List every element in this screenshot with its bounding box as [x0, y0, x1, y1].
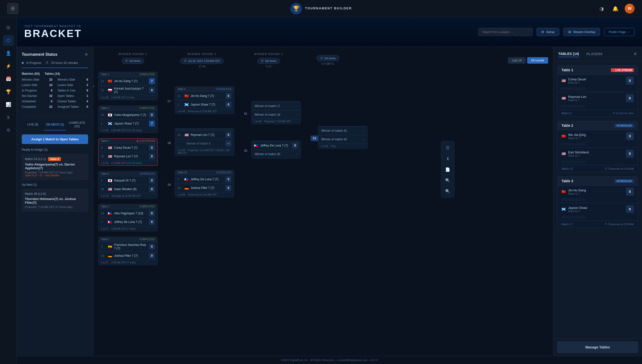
right-panel-header: TABLES (14) PLAYERS ✕: [553, 47, 642, 62]
sidebar-btn-chart[interactable]: 📊: [3, 99, 14, 110]
sidebar-btn-dollar[interactable]: $: [3, 112, 14, 123]
panel-header: Tournament Status ✕: [22, 52, 88, 57]
match-53-badge: 53: [311, 136, 318, 141]
stream-overlay-button[interactable]: 🖥 Stream Overlay: [563, 28, 600, 36]
match-3-player1: 8 🇺🇸 Corey Deuel 7 (7) 0: [99, 143, 157, 152]
close-panel-button[interactable]: ✕: [84, 52, 88, 57]
match-c2-19-card: Table 10 SCHEDULED 7 🇵🇭 Jeffrey De Luna …: [175, 170, 234, 197]
stat-losers-side-matches: Losers Side10: [22, 83, 53, 87]
tab-complete[interactable]: COMPLETE (22): [66, 119, 88, 130]
tables-header: Tables (14): [45, 72, 60, 76]
tab-on-deck[interactable]: ON DECK (1): [44, 119, 66, 130]
round2-date[interactable]: ⏱ Jul 18, 2021 3:29 AM CDT: [180, 58, 224, 64]
scroll-tool-zoom-in[interactable]: 🔍: [443, 176, 452, 185]
round4-set-times[interactable]: ⏱ Set times: [317, 55, 339, 61]
sidebar-btn-grid[interactable]: ⊞: [3, 22, 14, 33]
notification-button[interactable]: 🔔: [611, 4, 620, 13]
match-6-status: COMPLETED: [139, 238, 155, 241]
table-1-card: Table 1 LIVE STREAM 🇺🇸 Corey Deuel Race …: [557, 65, 638, 117]
match-3-table: Table 1: [101, 140, 109, 142]
last16-button[interactable]: Last 16: [508, 57, 525, 64]
main-content: TEST TOURNAMENT BRACKET 29 BRACKET ⚙ Set…: [17, 17, 642, 364]
scroll-tool-file[interactable]: 📄: [443, 165, 452, 174]
live-indicator: [613, 69, 614, 71]
round1-set-times[interactable]: ⏱ Set times: [121, 58, 144, 64]
match-ready-id: Match 33 (L2-1): [25, 157, 46, 161]
table-1-player1-dots: [558, 86, 638, 92]
manage-tables-button[interactable]: Manage Tables: [557, 342, 638, 353]
round2-label: WINNER ROUND 2: [167, 53, 237, 56]
setup-button[interactable]: ⚙ Setup: [537, 28, 559, 36]
stat-assigned-tables: Assigned Tables0: [58, 104, 88, 109]
banner-title-area: TEST TOURNAMENT BRACKET 29 BRACKET: [24, 25, 82, 40]
banner-actions: ⚙ Setup 🖥 Stream Overlay Public Page →: [478, 28, 634, 36]
match-3-player2: 32 🇺🇸 Reymart Lim 7 (7) 0: [99, 152, 157, 160]
table-2-match-id: Match 23: [561, 167, 573, 170]
match-c2-17-num: 17: [167, 100, 171, 103]
round3-label: WINNER ROUND 3: [237, 53, 301, 56]
hamburger-button[interactable]: ☰: [8, 3, 18, 14]
assign-match-button[interactable]: Assign 1 Match to Open Tables: [22, 134, 88, 144]
theme-toggle-button[interactable]: ◑: [597, 4, 606, 13]
tab-tables[interactable]: TABLES (14): [558, 51, 579, 57]
sidebar-btn-trophy[interactable]: 🏆: [3, 86, 14, 97]
table-3-badge: SCHEDULED: [614, 179, 634, 183]
table-2-time: ⏱ Tomorrow at 3:29 AM: [605, 167, 634, 170]
match-4-player2: 30 🇺🇸 Isaac Wooten (9) 0: [99, 185, 157, 193]
table-3-player1-sub: Race to 7: [568, 192, 586, 195]
round-header-4: ⏱ Set times 5-6 ($971): [301, 53, 355, 68]
match-2-header: Table 3 COMPLETED: [99, 106, 157, 110]
table-3-player2-score: 0: [626, 205, 634, 213]
sidebar-btn-lightning[interactable]: ⚡: [3, 61, 14, 72]
tab-live[interactable]: LIVE (9): [22, 119, 44, 130]
match-ready-header: Match 33 (L2-1) Table 6: [25, 157, 85, 161]
nav-left: ☰: [8, 3, 18, 14]
stat-completed: Completed22: [22, 104, 53, 109]
sidebar-btn-person[interactable]: 👤: [3, 48, 14, 59]
match-3-header: Table 1 LIVESTREAM: [99, 138, 157, 143]
search-input[interactable]: [478, 28, 533, 36]
bracket-col1: 17 Table 1 COMPLETED 11 🇨🇳 Jin-Hu Dang 7…: [98, 72, 162, 267]
match-42-winner2: Winner of match 20 –: [252, 150, 301, 158]
match-17-footer: L to 25 3:28 AM CDT (1 min): [99, 95, 157, 100]
bracket-area[interactable]: WINNER ROUND 1 ⏱ Set times WINNER ROUND …: [93, 47, 553, 356]
clock-icon2: ⏱: [184, 60, 187, 62]
tab-players[interactable]: PLAYERS: [586, 51, 602, 57]
table-3-player1-dots: [558, 198, 638, 203]
match-c2-18-card: 32 🇺🇸 Reymart Lim 7 (7) 0 Winner of matc…: [175, 128, 234, 156]
match-6-player1: 3 🇪🇸 Francisco Sanchez-Ruiz 7 (7) 0: [99, 242, 157, 251]
public-page-button[interactable]: Public Page →: [604, 28, 634, 36]
match-5-footer: L to 27 3:28 AM CDT (7 mins): [99, 226, 157, 231]
match-53-winner2: Winner of match 42 –: [318, 135, 367, 144]
nav-logo: 🏆 TOURNAMENT BUILDER: [290, 3, 352, 14]
banner-subtitle: TEST TOURNAMENT BRACKET 29: [24, 25, 82, 28]
match-53-winner1: Winner of match 41 –: [318, 126, 367, 135]
all-rounds-button[interactable]: All rounds: [527, 57, 548, 64]
match-5-header: Table 2 COMPLETED: [99, 204, 157, 209]
sidebar-btn-settings[interactable]: ⚙: [3, 125, 14, 136]
table-3-player2-row: 🏴󠁧󠁢󠁳󠁣󠁴󠁿 Jayson Shaw Race to 7 0: [558, 203, 638, 215]
match-5-player1: 19 🇵🇭 Alex Pagulayan 7 (10) 0: [99, 209, 157, 218]
close-right-panel-button[interactable]: ✕: [633, 51, 637, 57]
match-2-player1: 20 🇯🇵 Yukio Akagariyama 7 (7) 0: [99, 110, 157, 119]
scroll-tool-list[interactable]: ☰: [443, 143, 452, 152]
match-42-num: 42: [244, 149, 247, 152]
scroll-tools: ☰ ⬇ 📄 🔍 🔍: [441, 141, 454, 198]
stat-losers-side-tables: Losers Side3: [58, 83, 88, 87]
match-4-player1: 6 🇯🇵 Naoyuki Oi 7 (7) 0: [99, 176, 157, 185]
table-1-match-id: Match 3: [561, 112, 571, 115]
table-1-player2-dots: [558, 104, 638, 110]
sidebar-btn-calendar[interactable]: 📅: [3, 74, 14, 84]
sidebar-btn-bracket[interactable]: ⬡: [3, 35, 14, 46]
table-3-player2-dots: [558, 215, 638, 220]
match-6-table: Table 5: [101, 238, 109, 241]
scroll-tool-zoom-out[interactable]: 🔍: [443, 187, 452, 196]
scroll-tool-download[interactable]: ⬇: [443, 154, 452, 163]
stat-in-progress-matches: In Progress9: [22, 88, 53, 93]
table-2-player2-sub: Race to 7: [568, 154, 589, 157]
bracket-content: 17 Table 1 COMPLETED 11 🇨🇳 Jin-Hu Dang 7…: [98, 72, 548, 267]
match-2-table: Table 3: [101, 107, 109, 110]
avatar[interactable]: W: [625, 4, 634, 14]
round3-set-times[interactable]: ⏱ Set times: [257, 58, 280, 64]
match-17-player2: 31 🇵🇱 Konrad Juszczyszyn 7 (7) 0: [99, 85, 157, 95]
